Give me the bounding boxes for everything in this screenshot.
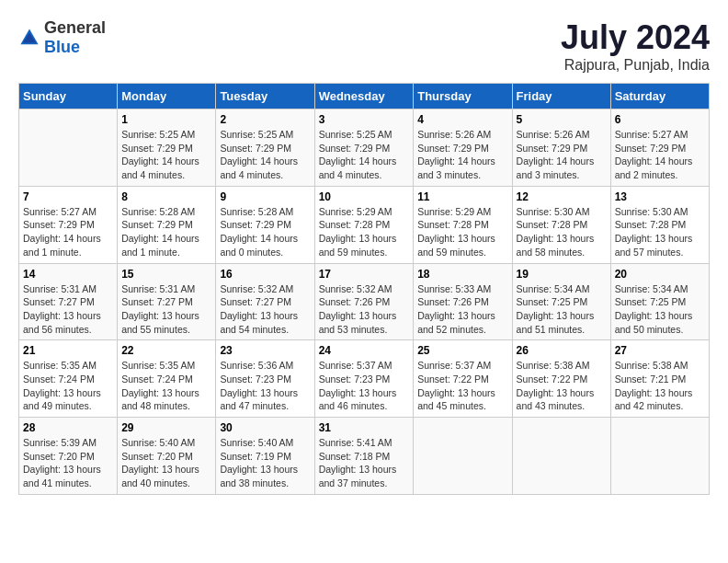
- day-info: Sunrise: 5:37 AMSunset: 7:22 PMDaylight:…: [417, 360, 495, 411]
- calendar-cell: 24 Sunrise: 5:37 AMSunset: 7:23 PMDaylig…: [314, 340, 414, 418]
- day-number: 13: [615, 190, 705, 203]
- day-number: 25: [417, 344, 507, 357]
- day-number: 16: [220, 268, 310, 281]
- day-info: Sunrise: 5:40 AMSunset: 7:19 PMDaylight:…: [220, 437, 298, 488]
- day-info: Sunrise: 5:25 AMSunset: 7:29 PMDaylight:…: [121, 129, 199, 180]
- calendar-cell: 8 Sunrise: 5:28 AMSunset: 7:29 PMDayligh…: [118, 186, 216, 263]
- day-info: Sunrise: 5:35 AMSunset: 7:24 PMDaylight:…: [23, 360, 101, 411]
- calendar-cell: 17 Sunrise: 5:32 AMSunset: 7:26 PMDaylig…: [314, 263, 414, 340]
- day-number: 14: [23, 268, 113, 281]
- calendar-week-4: 21 Sunrise: 5:35 AMSunset: 7:24 PMDaylig…: [19, 340, 710, 418]
- calendar-cell: 20 Sunrise: 5:34 AMSunset: 7:25 PMDaylig…: [610, 263, 709, 340]
- day-info: Sunrise: 5:38 AMSunset: 7:21 PMDaylight:…: [615, 360, 693, 411]
- day-number: 31: [319, 421, 410, 434]
- day-info: Sunrise: 5:26 AMSunset: 7:29 PMDaylight:…: [417, 129, 495, 180]
- day-info: Sunrise: 5:28 AMSunset: 7:29 PMDaylight:…: [220, 206, 298, 258]
- calendar-cell: [19, 109, 118, 187]
- day-number: 24: [319, 344, 410, 357]
- calendar-cell: 19 Sunrise: 5:34 AMSunset: 7:25 PMDaylig…: [512, 263, 610, 340]
- calendar-cell: 11 Sunrise: 5:29 AMSunset: 7:28 PMDaylig…: [414, 186, 512, 263]
- calendar-cell: 16 Sunrise: 5:32 AMSunset: 7:27 PMDaylig…: [216, 263, 314, 340]
- header-sunday: Sunday: [19, 84, 118, 109]
- day-info: Sunrise: 5:28 AMSunset: 7:29 PMDaylight:…: [121, 206, 199, 258]
- day-info: Sunrise: 5:41 AMSunset: 7:18 PMDaylight:…: [319, 437, 397, 488]
- calendar-week-3: 14 Sunrise: 5:31 AMSunset: 7:27 PMDaylig…: [19, 263, 710, 340]
- day-info: Sunrise: 5:34 AMSunset: 7:25 PMDaylight:…: [615, 283, 693, 335]
- day-number: 2: [220, 113, 310, 126]
- calendar-cell: 27 Sunrise: 5:38 AMSunset: 7:21 PMDaylig…: [610, 340, 709, 418]
- day-number: 7: [23, 190, 113, 203]
- calendar-cell: 2 Sunrise: 5:25 AMSunset: 7:29 PMDayligh…: [216, 109, 314, 187]
- header-tuesday: Tuesday: [216, 84, 314, 109]
- day-number: 4: [417, 113, 507, 126]
- calendar-cell: 5 Sunrise: 5:26 AMSunset: 7:29 PMDayligh…: [512, 109, 610, 187]
- header-thursday: Thursday: [414, 84, 512, 109]
- day-info: Sunrise: 5:35 AMSunset: 7:24 PMDaylight:…: [121, 360, 199, 411]
- logo-icon: [18, 27, 40, 49]
- day-number: 21: [23, 344, 113, 357]
- calendar-header: Sunday Monday Tuesday Wednesday Thursday…: [19, 84, 710, 109]
- day-number: 20: [615, 268, 705, 281]
- day-number: 30: [220, 421, 310, 434]
- day-number: 10: [319, 190, 410, 203]
- day-number: 29: [121, 421, 211, 434]
- day-info: Sunrise: 5:34 AMSunset: 7:25 PMDaylight:…: [517, 283, 595, 335]
- calendar-cell: 23 Sunrise: 5:36 AMSunset: 7:23 PMDaylig…: [216, 340, 314, 418]
- day-info: Sunrise: 5:30 AMSunset: 7:28 PMDaylight:…: [517, 206, 595, 258]
- calendar-cell: 13 Sunrise: 5:30 AMSunset: 7:28 PMDaylig…: [610, 186, 709, 263]
- calendar-cell: 25 Sunrise: 5:37 AMSunset: 7:22 PMDaylig…: [414, 340, 512, 418]
- day-info: Sunrise: 5:40 AMSunset: 7:20 PMDaylight:…: [121, 437, 199, 488]
- calendar-week-2: 7 Sunrise: 5:27 AMSunset: 7:29 PMDayligh…: [19, 186, 710, 263]
- calendar-cell: 7 Sunrise: 5:27 AMSunset: 7:29 PMDayligh…: [19, 186, 118, 263]
- day-info: Sunrise: 5:30 AMSunset: 7:28 PMDaylight:…: [615, 206, 693, 258]
- header-monday: Monday: [118, 84, 216, 109]
- day-info: Sunrise: 5:31 AMSunset: 7:27 PMDaylight:…: [23, 283, 101, 335]
- day-number: 3: [319, 113, 410, 126]
- calendar-table: Sunday Monday Tuesday Wednesday Thursday…: [18, 83, 710, 495]
- logo-text-blue: Blue: [44, 38, 80, 56]
- calendar-cell: 28 Sunrise: 5:39 AMSunset: 7:20 PMDaylig…: [19, 418, 118, 495]
- day-number: 5: [517, 113, 607, 126]
- calendar-cell: 15 Sunrise: 5:31 AMSunset: 7:27 PMDaylig…: [118, 263, 216, 340]
- main-title: July 2024: [561, 18, 710, 57]
- subtitle: Rajpura, Punjab, India: [561, 57, 710, 74]
- calendar-cell: 31 Sunrise: 5:41 AMSunset: 7:18 PMDaylig…: [314, 418, 414, 495]
- day-info: Sunrise: 5:27 AMSunset: 7:29 PMDaylight:…: [23, 206, 101, 258]
- calendar-cell: 1 Sunrise: 5:25 AMSunset: 7:29 PMDayligh…: [118, 109, 216, 187]
- day-number: 15: [121, 268, 211, 281]
- day-number: 18: [417, 268, 507, 281]
- calendar-cell: 3 Sunrise: 5:25 AMSunset: 7:29 PMDayligh…: [314, 109, 414, 187]
- day-info: Sunrise: 5:39 AMSunset: 7:20 PMDaylight:…: [23, 437, 101, 488]
- header-saturday: Saturday: [610, 84, 709, 109]
- day-number: 26: [517, 344, 607, 357]
- calendar-cell: 26 Sunrise: 5:38 AMSunset: 7:22 PMDaylig…: [512, 340, 610, 418]
- calendar-cell: 9 Sunrise: 5:28 AMSunset: 7:29 PMDayligh…: [216, 186, 314, 263]
- day-info: Sunrise: 5:25 AMSunset: 7:29 PMDaylight:…: [220, 129, 298, 180]
- calendar-cell: 30 Sunrise: 5:40 AMSunset: 7:19 PMDaylig…: [216, 418, 314, 495]
- day-number: 19: [517, 268, 607, 281]
- day-number: 22: [121, 344, 211, 357]
- calendar-cell: 21 Sunrise: 5:35 AMSunset: 7:24 PMDaylig…: [19, 340, 118, 418]
- calendar-cell: 4 Sunrise: 5:26 AMSunset: 7:29 PMDayligh…: [414, 109, 512, 187]
- day-number: 6: [615, 113, 705, 126]
- logo: General Blue: [18, 18, 106, 57]
- day-info: Sunrise: 5:32 AMSunset: 7:26 PMDaylight:…: [319, 283, 397, 335]
- day-number: 9: [220, 190, 310, 203]
- calendar-cell: 14 Sunrise: 5:31 AMSunset: 7:27 PMDaylig…: [19, 263, 118, 340]
- day-number: 28: [23, 421, 113, 434]
- calendar-body: 1 Sunrise: 5:25 AMSunset: 7:29 PMDayligh…: [19, 109, 710, 495]
- day-info: Sunrise: 5:33 AMSunset: 7:26 PMDaylight:…: [417, 283, 495, 335]
- calendar-cell: 12 Sunrise: 5:30 AMSunset: 7:28 PMDaylig…: [512, 186, 610, 263]
- calendar-cell: 18 Sunrise: 5:33 AMSunset: 7:26 PMDaylig…: [414, 263, 512, 340]
- header-wednesday: Wednesday: [314, 84, 414, 109]
- day-info: Sunrise: 5:31 AMSunset: 7:27 PMDaylight:…: [121, 283, 199, 335]
- calendar-cell: 10 Sunrise: 5:29 AMSunset: 7:28 PMDaylig…: [314, 186, 414, 263]
- day-number: 23: [220, 344, 310, 357]
- calendar-cell: [610, 418, 709, 495]
- day-number: 17: [319, 268, 410, 281]
- day-info: Sunrise: 5:29 AMSunset: 7:28 PMDaylight:…: [417, 206, 495, 258]
- header-friday: Friday: [512, 84, 610, 109]
- day-number: 12: [517, 190, 607, 203]
- day-number: 1: [121, 113, 211, 126]
- header: General Blue July 2024 Rajpura, Punjab, …: [18, 18, 710, 74]
